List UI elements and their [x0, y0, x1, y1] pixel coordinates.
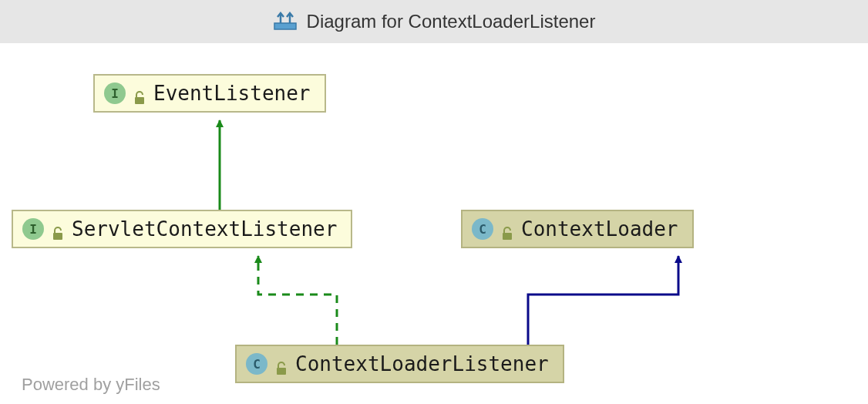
- lock-open-icon: [52, 222, 64, 236]
- node-label: EventListener: [153, 82, 311, 105]
- node-label: ContextLoader: [521, 217, 678, 241]
- svg-rect-3: [503, 233, 512, 240]
- node-label: ServletContextListener: [72, 217, 337, 241]
- edge-clls-to-cl: [528, 256, 678, 345]
- diagram-canvas[interactable]: I EventListener I ServletContextListener…: [0, 43, 868, 404]
- node-servlet-context-listener[interactable]: I ServletContextListener: [12, 210, 352, 248]
- header-bar: Diagram for ContextLoaderListener: [0, 0, 868, 43]
- svg-rect-4: [277, 368, 286, 375]
- svg-rect-0: [274, 23, 296, 29]
- lock-open-icon: [275, 357, 288, 371]
- class-badge: C: [472, 218, 493, 240]
- interface-badge: I: [104, 82, 126, 104]
- node-context-loader-listener[interactable]: C ContextLoaderListener: [235, 345, 564, 383]
- lock-open-icon: [501, 222, 513, 236]
- node-event-listener[interactable]: I EventListener: [93, 74, 326, 113]
- header-title: Diagram for ContextLoaderListener: [307, 11, 596, 32]
- lock-open-icon: [133, 86, 146, 100]
- svg-rect-1: [135, 97, 144, 104]
- svg-rect-2: [53, 233, 62, 240]
- class-badge: C: [246, 353, 267, 375]
- footer-credit: Powered by yFiles: [22, 375, 160, 395]
- node-context-loader[interactable]: C ContextLoader: [461, 210, 694, 248]
- diagram-icon: [273, 11, 298, 32]
- edge-clls-to-servlet: [258, 256, 337, 345]
- node-label: ContextLoaderListener: [295, 352, 549, 375]
- interface-badge: I: [22, 218, 44, 240]
